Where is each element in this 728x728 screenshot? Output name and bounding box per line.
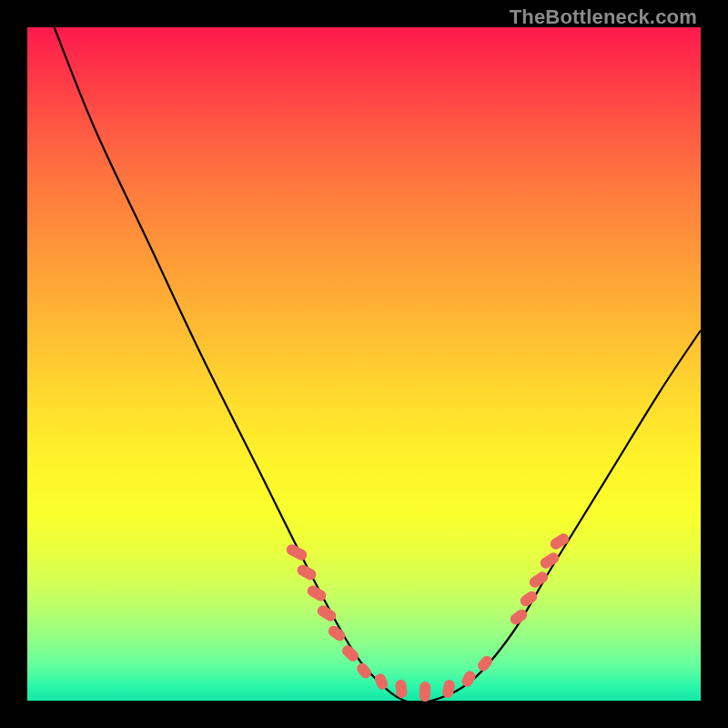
curve-layer <box>27 27 701 701</box>
watermark-text: TheBottleneck.com <box>510 5 697 29</box>
bottleneck-curve <box>55 27 701 703</box>
highlight-blob <box>419 681 430 701</box>
